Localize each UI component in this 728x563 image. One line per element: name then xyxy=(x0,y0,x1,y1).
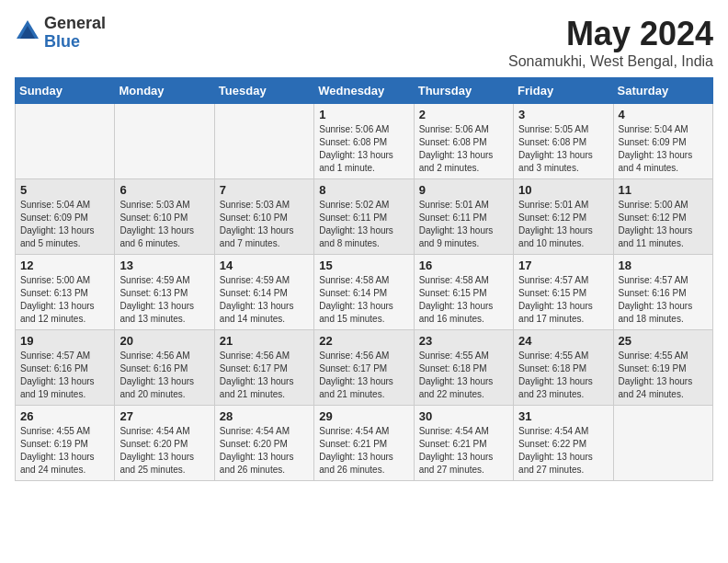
day-info: Sunrise: 5:04 AM Sunset: 6:09 PM Dayligh… xyxy=(619,123,708,175)
location-title: Sonamukhi, West Bengal, India xyxy=(508,53,713,70)
day-info: Sunrise: 5:06 AM Sunset: 6:08 PM Dayligh… xyxy=(319,123,408,175)
day-number: 24 xyxy=(518,334,608,348)
calendar-cell: 6Sunrise: 5:03 AM Sunset: 6:10 PM Daylig… xyxy=(115,179,214,255)
day-info: Sunrise: 4:55 AM Sunset: 6:19 PM Dayligh… xyxy=(619,350,708,401)
calendar-cell: 26Sunrise: 4:55 AM Sunset: 6:19 PM Dayli… xyxy=(16,406,115,481)
day-number: 23 xyxy=(419,334,508,348)
calendar-cell: 13Sunrise: 4:59 AM Sunset: 6:13 PM Dayli… xyxy=(115,255,214,330)
calendar-cell: 19Sunrise: 4:57 AM Sunset: 6:16 PM Dayli… xyxy=(16,330,115,406)
day-number: 22 xyxy=(319,334,408,348)
calendar-table: SundayMondayTuesdayWednesdayThursdayFrid… xyxy=(15,77,713,481)
calendar-cell: 2Sunrise: 5:06 AM Sunset: 6:08 PM Daylig… xyxy=(414,104,513,179)
calendar-cell: 21Sunrise: 4:56 AM Sunset: 6:17 PM Dayli… xyxy=(214,330,313,406)
header: General Blue May 2024 Sonamukhi, West Be… xyxy=(15,15,713,70)
day-info: Sunrise: 5:00 AM Sunset: 6:13 PM Dayligh… xyxy=(20,274,109,326)
day-number: 30 xyxy=(419,409,508,423)
day-number: 10 xyxy=(518,183,608,197)
day-info: Sunrise: 5:01 AM Sunset: 6:12 PM Dayligh… xyxy=(518,199,608,250)
calendar-cell xyxy=(16,104,115,179)
calendar-cell: 16Sunrise: 4:58 AM Sunset: 6:15 PM Dayli… xyxy=(414,255,513,330)
header-day: Thursday xyxy=(414,78,513,104)
calendar-cell xyxy=(214,104,313,179)
calendar-cell xyxy=(613,406,712,481)
day-info: Sunrise: 5:04 AM Sunset: 6:09 PM Dayligh… xyxy=(20,199,109,250)
header-day: Monday xyxy=(115,78,214,104)
calendar-cell: 9Sunrise: 5:01 AM Sunset: 6:11 PM Daylig… xyxy=(414,179,513,255)
day-number: 2 xyxy=(419,108,508,121)
header-day: Friday xyxy=(514,78,613,104)
day-number: 29 xyxy=(319,409,408,423)
day-info: Sunrise: 5:03 AM Sunset: 6:10 PM Dayligh… xyxy=(119,199,209,250)
header-day: Sunday xyxy=(16,78,115,104)
month-title: May 2024 xyxy=(508,15,713,53)
calendar-cell xyxy=(115,104,214,179)
logo-general-text: General xyxy=(44,15,106,33)
day-info: Sunrise: 4:59 AM Sunset: 6:14 PM Dayligh… xyxy=(220,274,309,326)
calendar-cell: 28Sunrise: 4:54 AM Sunset: 6:20 PM Dayli… xyxy=(214,406,313,481)
day-info: Sunrise: 4:58 AM Sunset: 6:15 PM Dayligh… xyxy=(419,274,508,326)
day-number: 21 xyxy=(220,334,309,348)
calendar-cell: 24Sunrise: 4:55 AM Sunset: 6:18 PM Dayli… xyxy=(514,330,613,406)
day-info: Sunrise: 4:54 AM Sunset: 6:21 PM Dayligh… xyxy=(319,425,408,477)
day-number: 25 xyxy=(619,334,708,348)
calendar-cell: 20Sunrise: 4:56 AM Sunset: 6:16 PM Dayli… xyxy=(115,330,214,406)
day-number: 8 xyxy=(319,183,408,197)
calendar-cell: 30Sunrise: 4:54 AM Sunset: 6:21 PM Dayli… xyxy=(414,406,513,481)
calendar-cell: 10Sunrise: 5:01 AM Sunset: 6:12 PM Dayli… xyxy=(514,179,613,255)
day-number: 27 xyxy=(119,409,209,423)
calendar-cell: 23Sunrise: 4:55 AM Sunset: 6:18 PM Dayli… xyxy=(414,330,513,406)
calendar-cell: 31Sunrise: 4:54 AM Sunset: 6:22 PM Dayli… xyxy=(514,406,613,481)
logo-text: General Blue xyxy=(44,15,106,52)
day-info: Sunrise: 5:00 AM Sunset: 6:12 PM Dayligh… xyxy=(619,199,708,250)
day-info: Sunrise: 4:55 AM Sunset: 6:19 PM Dayligh… xyxy=(20,425,109,477)
day-info: Sunrise: 5:03 AM Sunset: 6:10 PM Dayligh… xyxy=(220,199,309,250)
calendar-cell: 17Sunrise: 4:57 AM Sunset: 6:15 PM Dayli… xyxy=(514,255,613,330)
calendar-cell: 11Sunrise: 5:00 AM Sunset: 6:12 PM Dayli… xyxy=(613,179,712,255)
calendar-cell: 25Sunrise: 4:55 AM Sunset: 6:19 PM Dayli… xyxy=(613,330,712,406)
day-number: 26 xyxy=(20,409,109,423)
day-info: Sunrise: 5:01 AM Sunset: 6:11 PM Dayligh… xyxy=(419,199,508,250)
week-row: 1Sunrise: 5:06 AM Sunset: 6:08 PM Daylig… xyxy=(16,104,713,179)
logo: General Blue xyxy=(15,15,106,52)
day-number: 18 xyxy=(619,259,708,272)
day-number: 28 xyxy=(220,409,309,423)
calendar-cell: 8Sunrise: 5:02 AM Sunset: 6:11 PM Daylig… xyxy=(314,179,414,255)
week-row: 5Sunrise: 5:04 AM Sunset: 6:09 PM Daylig… xyxy=(16,179,713,255)
day-info: Sunrise: 4:58 AM Sunset: 6:14 PM Dayligh… xyxy=(319,274,408,326)
week-row: 26Sunrise: 4:55 AM Sunset: 6:19 PM Dayli… xyxy=(16,406,713,481)
day-info: Sunrise: 4:55 AM Sunset: 6:18 PM Dayligh… xyxy=(419,350,508,401)
calendar-cell: 22Sunrise: 4:56 AM Sunset: 6:17 PM Dayli… xyxy=(314,330,414,406)
calendar-cell: 7Sunrise: 5:03 AM Sunset: 6:10 PM Daylig… xyxy=(214,179,313,255)
day-info: Sunrise: 4:54 AM Sunset: 6:22 PM Dayligh… xyxy=(518,425,608,477)
day-info: Sunrise: 4:56 AM Sunset: 6:17 PM Dayligh… xyxy=(220,350,309,401)
day-number: 1 xyxy=(319,108,408,121)
logo-icon xyxy=(15,18,40,44)
day-number: 9 xyxy=(419,183,508,197)
day-number: 7 xyxy=(220,183,309,197)
calendar-cell: 14Sunrise: 4:59 AM Sunset: 6:14 PM Dayli… xyxy=(214,255,313,330)
day-number: 20 xyxy=(119,334,209,348)
calendar-cell: 15Sunrise: 4:58 AM Sunset: 6:14 PM Dayli… xyxy=(314,255,414,330)
calendar-cell: 5Sunrise: 5:04 AM Sunset: 6:09 PM Daylig… xyxy=(16,179,115,255)
calendar-cell: 1Sunrise: 5:06 AM Sunset: 6:08 PM Daylig… xyxy=(314,104,414,179)
day-number: 13 xyxy=(119,259,209,272)
header-row: SundayMondayTuesdayWednesdayThursdayFrid… xyxy=(16,78,713,104)
logo-blue-text: Blue xyxy=(44,33,106,52)
day-number: 11 xyxy=(619,183,708,197)
calendar-cell: 18Sunrise: 4:57 AM Sunset: 6:16 PM Dayli… xyxy=(613,255,712,330)
day-number: 19 xyxy=(20,334,109,348)
day-number: 4 xyxy=(619,108,708,121)
calendar-cell: 3Sunrise: 5:05 AM Sunset: 6:08 PM Daylig… xyxy=(514,104,613,179)
header-day: Tuesday xyxy=(214,78,313,104)
day-info: Sunrise: 5:06 AM Sunset: 6:08 PM Dayligh… xyxy=(419,123,508,175)
day-number: 15 xyxy=(319,259,408,272)
day-info: Sunrise: 4:57 AM Sunset: 6:16 PM Dayligh… xyxy=(20,350,109,401)
day-info: Sunrise: 4:57 AM Sunset: 6:16 PM Dayligh… xyxy=(619,274,708,326)
calendar-cell: 4Sunrise: 5:04 AM Sunset: 6:09 PM Daylig… xyxy=(613,104,712,179)
day-info: Sunrise: 4:57 AM Sunset: 6:15 PM Dayligh… xyxy=(518,274,608,326)
calendar-cell: 29Sunrise: 4:54 AM Sunset: 6:21 PM Dayli… xyxy=(314,406,414,481)
day-info: Sunrise: 4:59 AM Sunset: 6:13 PM Dayligh… xyxy=(119,274,209,326)
day-info: Sunrise: 4:54 AM Sunset: 6:21 PM Dayligh… xyxy=(419,425,508,477)
day-number: 17 xyxy=(518,259,608,272)
day-number: 31 xyxy=(518,409,608,423)
